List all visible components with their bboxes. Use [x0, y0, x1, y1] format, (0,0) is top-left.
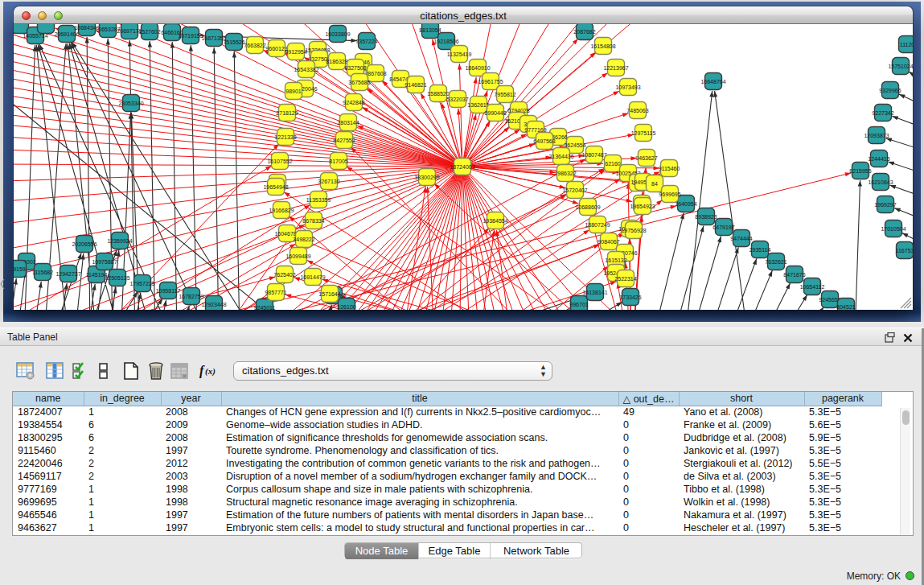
svg-text:16033809: 16033809 — [325, 31, 350, 37]
svg-text:(x): (x) — [205, 366, 216, 377]
svg-text:9327508: 9327508 — [344, 65, 366, 71]
svg-text:19384554: 19384554 — [483, 218, 507, 224]
svg-text:2935114: 2935114 — [749, 247, 771, 253]
svg-text:3624554: 3624554 — [564, 142, 585, 148]
svg-text:1640954: 1640954 — [675, 201, 696, 207]
svg-text:9857771: 9857771 — [265, 290, 286, 295]
svg-text:10719155: 10719155 — [178, 33, 203, 39]
svg-text:8938923: 8938923 — [695, 214, 717, 220]
svg-text:17010504: 17010504 — [881, 226, 906, 232]
svg-text:7625402: 7625402 — [273, 272, 295, 278]
svg-text:2718129: 2718129 — [276, 110, 298, 116]
svg-text:19756928: 19756928 — [621, 228, 646, 233]
svg-text:9115460: 9115460 — [659, 166, 680, 171]
svg-text:21364436: 21364436 — [548, 154, 573, 159]
svg-text:19654923: 19654923 — [630, 204, 655, 209]
svg-text:2803144: 2803144 — [337, 120, 359, 126]
svg-text:12213967: 12213967 — [603, 65, 628, 71]
svg-text:1115682: 1115682 — [32, 270, 53, 275]
svg-text:8186328: 8186328 — [326, 59, 347, 64]
svg-text:1588520: 1588520 — [427, 91, 449, 97]
svg-text:16210643: 16210643 — [868, 179, 893, 185]
svg-text:9474444: 9474444 — [730, 236, 752, 241]
svg-text:9146821: 9146821 — [405, 82, 426, 88]
svg-text:7515526: 7515526 — [223, 39, 244, 45]
svg-text:2522314: 2522314 — [614, 276, 636, 282]
svg-text:7357224: 7357224 — [355, 39, 377, 44]
svg-text:19166829: 19166829 — [269, 208, 294, 213]
svg-text:8215955: 8215955 — [849, 168, 871, 174]
svg-text:10975887: 10975887 — [92, 259, 117, 265]
svg-text:16543382: 16543382 — [294, 67, 318, 72]
svg-text:20206556: 20206556 — [72, 241, 97, 247]
svg-text:5322037: 5322037 — [446, 97, 468, 102]
svg-text:3267130: 3267130 — [318, 179, 339, 184]
svg-text:1362615: 1362615 — [467, 102, 489, 108]
svg-text:9084067: 9084067 — [598, 239, 619, 245]
svg-text:1733426: 1733426 — [619, 295, 641, 300]
svg-text:1244415: 1244415 — [868, 156, 889, 162]
svg-text:12942737: 12942737 — [55, 271, 80, 277]
svg-text:14138141: 14138141 — [582, 290, 607, 295]
svg-text:10973493: 10973493 — [615, 84, 640, 90]
svg-text:15751024: 15751024 — [888, 64, 913, 69]
svg-text:7632621: 7632621 — [765, 259, 786, 265]
svg-text:8912954: 8912954 — [285, 49, 306, 55]
svg-text:1571644: 1571644 — [318, 291, 340, 297]
svg-text:8427552: 8427552 — [333, 138, 355, 143]
svg-text:9463627: 9463627 — [635, 155, 657, 161]
svg-text:19654948: 19654948 — [263, 184, 288, 190]
svg-text:6479197: 6479197 — [713, 225, 734, 230]
svg-text:9227342: 9227342 — [872, 110, 893, 116]
svg-text:12975115: 12975115 — [631, 130, 656, 136]
svg-text:62160: 62160 — [605, 161, 621, 167]
svg-text:804521: 804521 — [836, 304, 855, 310]
svg-text:18300295: 18300295 — [414, 175, 439, 180]
svg-text:3675685: 3675685 — [348, 80, 370, 85]
svg-text:16961755: 16961755 — [478, 79, 503, 84]
svg-text:17957225: 17957225 — [129, 281, 154, 286]
svg-text:12923448: 12923448 — [201, 302, 226, 307]
svg-text:12505135: 12505135 — [105, 275, 129, 281]
svg-text:3498222: 3498222 — [293, 237, 314, 242]
svg-text:16099489: 16099489 — [285, 253, 310, 259]
svg-text:8813054: 8813054 — [419, 27, 441, 33]
svg-text:84: 84 — [651, 181, 658, 187]
svg-text:8678334: 8678334 — [302, 218, 324, 224]
svg-text:817005: 817005 — [329, 159, 347, 164]
svg-text:9699695: 9699695 — [659, 192, 680, 197]
svg-text:19218506: 19218506 — [433, 39, 458, 44]
svg-text:12359924: 12359924 — [107, 238, 132, 244]
svg-text:6990448: 6990448 — [484, 110, 506, 116]
svg-text:18724007: 18724007 — [450, 164, 474, 170]
svg-text:18640910: 18640910 — [465, 65, 490, 71]
svg-text:7986322: 7986322 — [554, 171, 576, 176]
svg-text:12093873: 12093873 — [864, 133, 889, 138]
svg-text:996701: 996701 — [569, 302, 588, 307]
svg-text:1615132: 1615132 — [605, 257, 626, 263]
svg-text:10688609: 10688609 — [575, 204, 600, 210]
svg-text:8471676: 8471676 — [783, 272, 805, 278]
svg-text:11325419: 11325419 — [447, 51, 472, 57]
svg-text:9242848: 9242848 — [343, 100, 364, 105]
svg-text:20691406: 20691406 — [54, 31, 79, 37]
svg-text:16914479: 16914479 — [300, 274, 325, 280]
svg-text:6497568: 6497568 — [533, 138, 555, 144]
svg-text:f: f — [199, 364, 205, 378]
svg-text:9245011: 9245011 — [254, 305, 276, 311]
svg-text:2867608: 2867608 — [364, 71, 386, 76]
svg-text:126100: 126100 — [337, 304, 355, 310]
svg-text:16782759: 16782759 — [179, 294, 203, 299]
svg-text:1221338: 1221338 — [274, 134, 296, 140]
svg-text:1527602: 1527602 — [138, 29, 160, 35]
svg-text:10654112: 10654112 — [800, 284, 825, 290]
svg-text:28053340: 28053340 — [118, 101, 143, 106]
svg-text:11353359: 11353359 — [306, 197, 331, 203]
svg-text:7955812: 7955812 — [494, 92, 515, 97]
svg-text:2087682: 2087682 — [573, 29, 595, 35]
svg-text:7663822: 7663822 — [244, 43, 265, 48]
svg-text:98901: 98901 — [285, 89, 302, 94]
svg-text:16648764: 16648764 — [700, 79, 725, 84]
svg-text:16107552: 16107552 — [267, 159, 292, 164]
svg-text:39159: 39159 — [14, 266, 26, 272]
